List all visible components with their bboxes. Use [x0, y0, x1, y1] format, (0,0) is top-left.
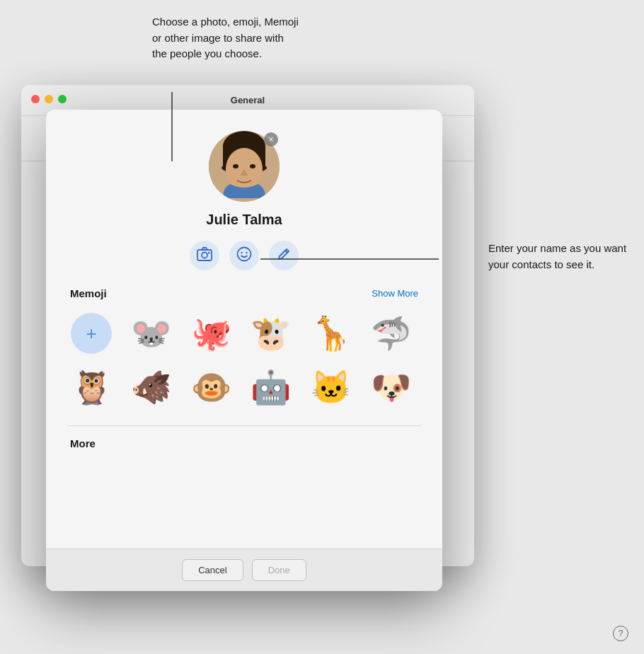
svg-point-10 [238, 247, 251, 260]
memoji-title: Memoji [70, 287, 107, 299]
svg-point-5 [233, 164, 238, 168]
show-more-button[interactable]: Show More [372, 288, 418, 299]
close-button[interactable] [31, 95, 40, 103]
right-callout: Enter your name as you want your contact… [488, 241, 630, 272]
list-item[interactable]: 🐱 [307, 363, 355, 411]
smiley-icon [236, 246, 252, 265]
list-item[interactable]: 🦈 [367, 309, 415, 357]
emoji-cow: 🐮 [251, 317, 291, 350]
traffic-lights [31, 95, 67, 103]
svg-point-12 [246, 251, 247, 253]
emoji-dog: 🐶 [371, 371, 411, 403]
modal-content: × Julie Talma [46, 110, 442, 549]
emoji-grid: + 🐭 🐙 🐮 🦒 🦈 🦉 🐗 [67, 309, 421, 411]
list-item[interactable]: 🦉 [67, 363, 115, 411]
emoji-monkey: 🐵 [191, 371, 231, 403]
list-item[interactable]: 🐭 [127, 309, 176, 357]
emoji-mouse: 🐭 [131, 317, 171, 350]
minimize-button[interactable] [45, 95, 53, 103]
emoji-robot: 🤖 [251, 371, 291, 403]
avatar-close-button[interactable]: × [264, 132, 278, 147]
profile-section: × Julie Talma [67, 131, 421, 270]
profile-actions [190, 241, 299, 270]
avatar-container: × [209, 131, 280, 202]
emoji-cat: 🐱 [311, 371, 351, 403]
list-item[interactable]: 🐗 [127, 363, 176, 411]
list-item[interactable]: 🐶 [367, 363, 415, 411]
svg-point-11 [241, 251, 242, 253]
section-divider [67, 425, 421, 426]
emoji-action-button[interactable] [229, 241, 259, 270]
list-item[interactable]: 🐵 [187, 363, 235, 411]
maximize-button[interactable] [58, 95, 67, 103]
more-section-title: More [67, 437, 421, 449]
plus-icon: + [71, 313, 112, 354]
list-item[interactable]: 🤖 [247, 363, 295, 411]
svg-rect-9 [208, 252, 210, 254]
window-title: General [231, 95, 265, 105]
profile-modal: × Julie Talma [46, 110, 442, 591]
emoji-octopus: 🐙 [191, 317, 231, 350]
emoji-giraffe: 🦒 [311, 317, 351, 350]
photo-icon [197, 247, 212, 265]
emoji-shark: 🦈 [371, 317, 411, 350]
svg-point-8 [202, 252, 207, 258]
emoji-boar: 🐗 [131, 371, 171, 403]
top-callout-text: Choose a photo, emoji, Memoji or other i… [152, 16, 299, 59]
help-button[interactable]: ? [613, 626, 628, 641]
profile-name: Julie Talma [206, 212, 282, 228]
edit-action-button[interactable] [269, 241, 299, 270]
right-callout-text: Enter your name as you want your contact… [488, 242, 626, 270]
done-button[interactable]: Done [252, 559, 306, 581]
pencil-icon [277, 247, 291, 265]
modal-footer: Cancel Done [46, 549, 442, 591]
svg-point-6 [250, 164, 255, 168]
photo-action-button[interactable] [190, 241, 219, 270]
list-item[interactable]: 🦒 [307, 309, 355, 357]
top-callout: Choose a photo, emoji, Memoji or other i… [152, 14, 301, 62]
memoji-section-header: Memoji Show More [67, 287, 421, 299]
add-memoji-button[interactable]: + [67, 309, 115, 357]
svg-rect-7 [197, 250, 212, 260]
cancel-button[interactable]: Cancel [182, 559, 243, 581]
emoji-owl: 🦉 [71, 371, 112, 403]
list-item[interactable]: 🐮 [247, 309, 295, 357]
list-item[interactable]: 🐙 [187, 309, 235, 357]
